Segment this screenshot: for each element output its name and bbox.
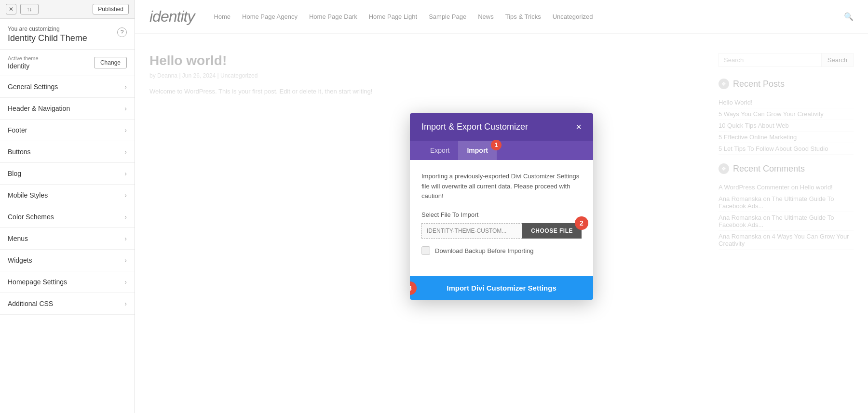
chevron-right-icon: › bbox=[124, 300, 127, 307]
help-icon[interactable]: ? bbox=[117, 27, 127, 37]
sidebar-item-mobile-styles[interactable]: Mobile Styles › bbox=[0, 185, 135, 206]
sidebar-item-widgets[interactable]: Widgets › bbox=[0, 250, 135, 271]
sidebar-item-color-schemes[interactable]: Color Schemes › bbox=[0, 206, 135, 228]
sidebar-item-general-settings[interactable]: General Settings › bbox=[0, 76, 135, 98]
modal-warning-text: Importing a previously-exported Divi Cus… bbox=[421, 172, 582, 201]
theme-title: Identity Child Theme bbox=[8, 33, 87, 43]
chevron-right-icon: › bbox=[124, 278, 127, 286]
tab-import[interactable]: Import 1 bbox=[458, 141, 497, 160]
modal-tabs: Export Import 1 bbox=[410, 141, 593, 160]
import-button[interactable]: Import Divi Customizer Settings bbox=[410, 276, 593, 300]
chevron-right-icon: › bbox=[124, 235, 127, 242]
file-input[interactable] bbox=[421, 223, 522, 239]
sidebar-item-additional-css[interactable]: Additional CSS › bbox=[0, 293, 135, 315]
chevron-right-icon: › bbox=[124, 191, 127, 199]
sidebar-item-blog[interactable]: Blog › bbox=[0, 163, 135, 185]
modal-title: Import & Export Customizer bbox=[421, 122, 528, 132]
backup-checkbox[interactable] bbox=[421, 246, 430, 255]
chevron-right-icon: › bbox=[124, 83, 127, 91]
chevron-right-icon: › bbox=[124, 105, 127, 112]
sidebar-top-bar: ✕ ↑↓ Published bbox=[0, 0, 135, 19]
modal-body: Importing a previously-exported Divi Cus… bbox=[410, 160, 593, 276]
active-theme-section: Active theme Identity Change bbox=[0, 50, 135, 76]
sidebar-item-menus[interactable]: Menus › bbox=[0, 228, 135, 250]
active-theme-label: Active theme bbox=[8, 55, 39, 61]
active-theme-name: Identity bbox=[8, 62, 39, 70]
customizer-sidebar: ✕ ↑↓ Published You are customizing Ident… bbox=[0, 0, 135, 413]
customizing-section: You are customizing Identity Child Theme… bbox=[0, 19, 135, 50]
import-export-modal: Import & Export Customizer × Export Impo… bbox=[410, 113, 593, 300]
chevron-right-icon: › bbox=[124, 148, 127, 156]
sidebar-item-buttons[interactable]: Buttons › bbox=[0, 141, 135, 163]
change-theme-button[interactable]: Change bbox=[94, 57, 127, 68]
modal-close-button[interactable]: × bbox=[576, 122, 582, 132]
chevron-right-icon: › bbox=[124, 213, 127, 221]
sidebar-close-button[interactable]: ✕ bbox=[6, 4, 16, 14]
sidebar-nav-arrows[interactable]: ↑↓ bbox=[20, 4, 39, 14]
modal-header: Import & Export Customizer × bbox=[410, 113, 593, 141]
select-file-label: Select File To Import bbox=[421, 211, 582, 218]
main-content-area: identity Home Home Page Agency Home Page… bbox=[135, 0, 868, 413]
file-input-row: CHOOSE FILE 2 bbox=[421, 223, 582, 239]
published-button[interactable]: Published bbox=[93, 4, 129, 14]
modal-overlay: Import & Export Customizer × Export Impo… bbox=[135, 0, 868, 413]
backup-row: Download Backup Before Importing bbox=[421, 246, 582, 255]
backup-label: Download Backup Before Importing bbox=[435, 247, 534, 254]
customizing-label: You are customizing bbox=[8, 26, 87, 32]
choose-file-button[interactable]: CHOOSE FILE bbox=[522, 223, 582, 239]
sidebar-item-header-navigation[interactable]: Header & Navigation › bbox=[0, 98, 135, 120]
tab-export[interactable]: Export bbox=[421, 141, 458, 160]
sidebar-item-footer[interactable]: Footer › bbox=[0, 120, 135, 141]
modal-footer: 3 Import Divi Customizer Settings bbox=[410, 276, 593, 300]
sidebar-top-icons: ✕ ↑↓ bbox=[6, 4, 39, 14]
chevron-right-icon: › bbox=[124, 126, 127, 134]
chevron-right-icon: › bbox=[124, 256, 127, 264]
sidebar-menu: General Settings › Header & Navigation ›… bbox=[0, 76, 135, 413]
chevron-right-icon: › bbox=[124, 170, 127, 177]
step-2-badge: 2 bbox=[575, 216, 588, 230]
sidebar-item-homepage-settings[interactable]: Homepage Settings › bbox=[0, 271, 135, 293]
tab-import-badge: 1 bbox=[491, 140, 502, 150]
